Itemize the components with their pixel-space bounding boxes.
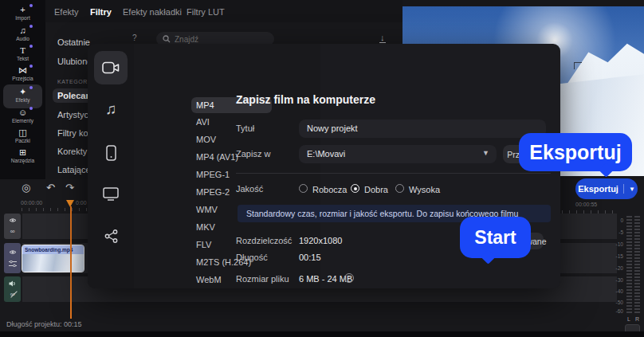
speaker-icon[interactable]: [9, 280, 16, 287]
help-icon[interactable]: ?: [132, 33, 137, 42]
filters-sliders-icon[interactable]: [9, 261, 17, 267]
sidebar-item-elementy[interactable]: ☺Elementy: [0, 108, 45, 127]
import-plus-icon: +: [0, 5, 45, 15]
record-icon[interactable]: ◎: [22, 182, 30, 194]
audio-note-icon: ♫: [0, 25, 45, 36]
export-target-rail: ♫: [88, 44, 134, 288]
format-item[interactable]: AVI: [196, 117, 210, 127]
sidebar-item-import[interactable]: +Import: [0, 5, 45, 25]
target-device-tab[interactable]: [94, 136, 128, 170]
sidebar-item-audio[interactable]: ♫Audio: [0, 25, 45, 45]
sidebar-item-przejscia[interactable]: ⋈Przejścia: [0, 65, 45, 85]
meter-label: -40: [611, 288, 623, 294]
tab-filtry[interactable]: Filtry: [90, 7, 112, 17]
tab-efekty[interactable]: Efekty: [54, 7, 79, 17]
title-input[interactable]: [299, 120, 546, 137]
audio-meter-right: [634, 216, 640, 315]
target-computer-tab[interactable]: [94, 51, 128, 84]
quality-option-label[interactable]: Dobra: [364, 185, 388, 194]
quality-option-label[interactable]: Wysoka: [409, 185, 440, 194]
right-timecode: 00:00:55: [575, 202, 597, 207]
meter-channel-left: L: [627, 316, 630, 322]
export-button[interactable]: Eksportuj ▼: [575, 178, 638, 199]
sidebar-item-paczki[interactable]: ◫Paczki: [0, 127, 45, 147]
title-field[interactable]: [299, 120, 546, 138]
format-item[interactable]: MKV: [196, 222, 215, 232]
ski-lift: [574, 62, 582, 69]
meter-label: -20: [611, 265, 623, 271]
visibility-eye-icon[interactable]: [9, 217, 17, 223]
meter-label: -50: [611, 300, 623, 305]
share-icon: [104, 229, 118, 243]
quality-option-label[interactable]: Robocza: [312, 185, 347, 194]
quality-radio-robocza[interactable]: [299, 184, 308, 193]
playhead-line: [70, 206, 72, 319]
divider: [236, 173, 551, 174]
project-length-status: Długość projektu: 00:15: [6, 320, 82, 328]
ruler-ticks-left: [22, 208, 87, 211]
sidebar-item-efekty[interactable]: ✦Efekty: [0, 87, 45, 107]
meter-label: -30: [611, 277, 623, 283]
packages-icon: ◫: [0, 127, 45, 138]
format-item[interactable]: FLV: [196, 240, 211, 249]
track-header-3[interactable]: ∞: [4, 276, 21, 302]
video-camera-icon: [102, 61, 120, 74]
export-callout-bubble: Eksportuj: [519, 133, 632, 171]
filesize-label: Rozmiar pliku: [236, 274, 289, 284]
quality-radio-dobra[interactable]: [351, 184, 359, 193]
search-icon: [163, 35, 171, 43]
ruler-label-start: 00:00:00: [21, 200, 42, 206]
redo-icon[interactable]: ↷: [65, 182, 74, 194]
tools-icon: ⊞: [0, 147, 45, 158]
chevron-down-icon: ▼: [482, 149, 489, 157]
format-item[interactable]: WMV: [196, 205, 218, 214]
target-audio-tab[interactable]: ♫: [94, 92, 128, 126]
resolution-label: Rozdzielczość: [236, 236, 292, 245]
main-sidebar: +Import ♫Audio TTekst ⋈Przejścia ✦Efekty…: [0, 0, 45, 179]
quality-radio-wysoka[interactable]: [395, 184, 404, 193]
clip-thumbnails: [22, 254, 84, 272]
link-icon[interactable]: ∞: [10, 228, 15, 235]
sidebar-item-tekst[interactable]: TTekst: [0, 45, 45, 65]
undo-icon[interactable]: ↶: [46, 182, 55, 194]
transitions-icon: ⋈: [0, 65, 45, 76]
search-input[interactable]: [175, 35, 262, 44]
saveto-field-label: Zapisz w: [236, 149, 270, 159]
library-shortcut-ostatnie[interactable]: Ostatnie: [57, 37, 90, 47]
target-share-tab[interactable]: [94, 219, 128, 253]
category-latajace[interactable]: Latające: [57, 165, 91, 174]
ruler-label-mid: 0:00: [76, 200, 87, 206]
tab-efekty-nakladki[interactable]: Efekty nakładki: [123, 7, 182, 17]
category-filtry-kolorow[interactable]: Filtry kol: [57, 128, 90, 138]
format-item[interactable]: MOV: [196, 135, 216, 144]
meter-label: 0: [611, 217, 623, 223]
track-header-2[interactable]: [4, 243, 21, 273]
target-tv-tab[interactable]: [94, 177, 128, 210]
filter-tabbar: Efekty Filtry Efekty nakładki Filtry LUT: [45, 0, 402, 22]
meter-label: -15: [611, 253, 623, 259]
unlink-icon[interactable]: ∞: [10, 291, 15, 298]
format-item[interactable]: MPEG-2: [196, 187, 230, 197]
export-callout-label: Eksportuj: [529, 141, 621, 164]
export-button-label: Eksportuj: [578, 184, 618, 194]
movavi-video-editor-window: ? ↓ Ostatnie Ulubione KATEGORIE Polecane…: [0, 0, 644, 337]
tab-filtry-lut[interactable]: Filtry LUT: [187, 7, 225, 17]
track-header-1[interactable]: ∞: [4, 214, 21, 239]
saveto-value: E:\Movavi: [299, 145, 497, 163]
saveto-dropdown[interactable]: E:\Movavi ▼: [299, 145, 497, 163]
timeline-clip-snowboarding[interactable]: Snowboarding.mp4: [22, 245, 84, 272]
download-icon[interactable]: ↓: [379, 33, 386, 43]
duration-label: Długość: [236, 253, 268, 262]
elements-icon: ☺: [0, 108, 45, 118]
sidebar-item-narzedzia[interactable]: ⊞Narzędzia: [0, 147, 45, 167]
format-item[interactable]: MPEG-1: [196, 170, 230, 179]
help-circle-icon[interactable]: ?: [344, 273, 354, 283]
start-callout-label: Start: [474, 227, 516, 249]
format-list: MP4 AVI MOV MP4 (AV1) MPEG-1 MPEG-2 WMV …: [134, 44, 320, 288]
library-shortcut-ulubione[interactable]: Ulubione: [57, 57, 92, 66]
visibility-eye-icon[interactable]: [9, 249, 17, 255]
format-item[interactable]: MP4 (AV1): [196, 152, 238, 162]
category-korekty[interactable]: Korekty: [57, 147, 87, 156]
start-callout-bubble: Start: [460, 217, 531, 258]
format-item[interactable]: WebM: [196, 275, 222, 284]
